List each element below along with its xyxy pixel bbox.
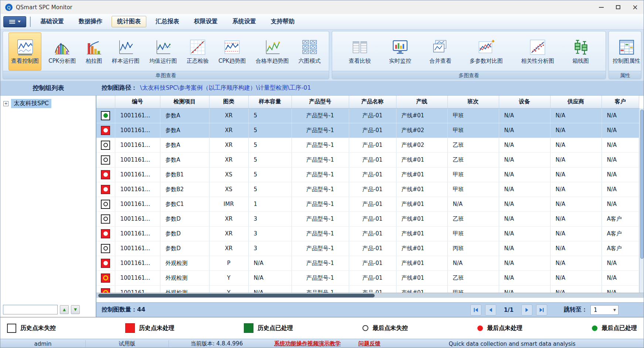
status-video-tutorial-link[interactable]: 系统功能操作视频演示教学 xyxy=(274,340,341,347)
tab-3[interactable]: 汇总报表 xyxy=(150,16,185,27)
cell-product: 产品-01 xyxy=(349,167,396,182)
ribbon-button-pareto[interactable]: 柏拉图 xyxy=(83,32,105,70)
cell-product: 产品-01 xyxy=(349,152,396,167)
cell-chart-type: XR xyxy=(209,138,248,152)
table-row[interactable]: 1001161...外观检测YN/A产品型号-1产品-01产线#01乙班N/AN… xyxy=(96,271,639,285)
column-header-line[interactable]: 产线 xyxy=(396,96,447,108)
ribbon-button-control-chart[interactable]: 查看控制图 xyxy=(8,32,41,70)
horizontal-scrollbar-thumb[interactable] xyxy=(98,294,375,297)
table-row[interactable]: 1001161...参数B1XS5产品型号-1产品-01产线#01甲班N/AN/… xyxy=(96,167,639,182)
column-header-number[interactable]: 编号 xyxy=(115,96,160,108)
ribbon-button-label: 控制图属性 xyxy=(613,58,640,65)
cell-shift: 甲班 xyxy=(447,226,499,241)
tab-6[interactable]: 支持帮助 xyxy=(265,16,300,27)
tab-separator xyxy=(30,17,31,27)
ribbon-group-buttons: 控制图属性 xyxy=(609,31,641,71)
column-header-sample-size[interactable]: 样本容量 xyxy=(248,96,292,108)
legend-item: 历史点已处理 xyxy=(244,323,293,333)
prev-page-button[interactable] xyxy=(485,304,496,316)
history-status-icon xyxy=(101,141,110,150)
cell-number: 1001161... xyxy=(115,211,160,226)
ribbon-button-multi-param[interactable]: 多参数对比图 xyxy=(467,32,505,70)
ribbon-button-cpk-trend[interactable]: CPK趋势图 xyxy=(216,32,248,70)
table-row[interactable]: 1001161...参数DXR3产品型号-1产品-01产线#01乙班N/AN/A… xyxy=(96,211,639,226)
vertical-scrollbar-thumb[interactable] xyxy=(640,110,644,259)
search-down-button[interactable]: ▼ xyxy=(71,305,80,314)
horizontal-scrollbar[interactable] xyxy=(96,293,644,298)
column-header-model[interactable]: 产品型号 xyxy=(292,96,349,108)
ribbon-group-2: 控制图属性属性 xyxy=(609,31,641,79)
tab-2[interactable]: 统计图表 xyxy=(112,16,146,27)
table-row[interactable]: 1001161...参数B2XS5产品型号-1产品-01产线#01甲班N/AN/… xyxy=(96,182,639,197)
main-menu-button[interactable] xyxy=(3,16,26,27)
tab-0[interactable]: 基础设置 xyxy=(35,16,69,27)
lastpoint-status-icon xyxy=(103,128,108,132)
maximize-button[interactable] xyxy=(610,0,627,14)
column-header-item[interactable]: 检测项目 xyxy=(160,96,209,108)
ribbon-button-label: CPK趋势图 xyxy=(218,58,246,65)
ribbon-button-chart-props[interactable]: 控制图属性 xyxy=(610,32,641,70)
column-header-status[interactable] xyxy=(96,96,115,108)
row-status-cell xyxy=(96,197,115,211)
column-header-customer[interactable]: 客户 xyxy=(602,96,639,108)
column-header-supplier[interactable]: 供应商 xyxy=(550,96,602,108)
ribbon-button-merge[interactable]: 合并查看 xyxy=(427,32,454,70)
cell-model: 产品型号-1 xyxy=(292,123,349,138)
cell-item: 参数B2 xyxy=(160,182,209,197)
ribbon-button-six-mode[interactable]: 六图模式 xyxy=(296,32,323,70)
last-page-button[interactable] xyxy=(536,304,547,316)
arrow-up-icon: ▲ xyxy=(63,308,66,311)
ribbon-tab-strip: 基础设置数据操作统计图表汇总报表权限设置系统设置支持帮助 xyxy=(33,14,302,29)
ribbon-button-boxplot[interactable]: 箱线图 xyxy=(570,32,592,70)
table-row[interactable]: 1001161...外观检测PN/A产品型号-1产品-01产线#01N/AN/A… xyxy=(96,256,639,271)
ribbon-group-label: 属性 xyxy=(609,71,641,79)
table-viewport: 编号检测项目图类样本容量产品型号产品名称产线班次设备供应商客户 1001161.… xyxy=(96,96,639,293)
table-row[interactable]: 1001161...参数DXR3产品型号-1产品-01产线#01丙班N/AN/A… xyxy=(96,241,639,256)
ribbon-button-normal-test[interactable]: 正态检验 xyxy=(184,32,211,70)
table-row[interactable]: 1001161...参数DXR3产品型号-1产品-01产线#01甲班N/AN/A… xyxy=(96,226,639,241)
ribbon-button-cpk-histogram[interactable]: CPK分析图 xyxy=(46,32,78,70)
ribbon-button-compare[interactable]: 查看比较 xyxy=(346,32,374,70)
column-header-equipment[interactable]: 设备 xyxy=(499,96,550,108)
table-row[interactable]: 1001161...参数C1IMR1产品型号-1产品-01产线#01N/AN/A… xyxy=(96,197,639,211)
row-status-cell xyxy=(96,167,115,182)
table-row[interactable]: 1001161...参数AXR5产品型号-1产品-01产线#02甲班N/AN/A… xyxy=(96,123,639,138)
column-header-shift[interactable]: 班次 xyxy=(447,96,499,108)
cell-model: 产品型号-1 xyxy=(292,271,349,285)
next-page-button[interactable] xyxy=(521,304,532,316)
table-row[interactable]: 1001161外观检测YN/A产品型号-1产品-01产线#01甲班N/AN/AN… xyxy=(96,285,639,293)
cell-line: 产线#02 xyxy=(396,123,447,138)
cell-chart-type: XR xyxy=(209,211,248,226)
tab-4[interactable]: 权限设置 xyxy=(188,16,223,27)
cell-customer: N/A xyxy=(602,152,639,167)
history-status-icon xyxy=(101,229,110,238)
table-row[interactable]: 1001161...参数AXR5产品型号-1产品-01产线#01甲班N/AN/A… xyxy=(96,108,639,123)
ribbon-button-passrate-trend[interactable]: 合格率趋势图 xyxy=(253,32,292,70)
cell-item: 参数A xyxy=(160,138,209,152)
column-header-product[interactable]: 产品名称 xyxy=(349,96,396,108)
cell-number: 1001161... xyxy=(115,256,160,271)
tree-item-root[interactable]: + 太友科技SPC xyxy=(0,96,96,111)
jump-page-select[interactable]: 1 ▼ xyxy=(590,305,619,315)
column-header-chart-type[interactable]: 图类 xyxy=(209,96,248,108)
first-page-button[interactable] xyxy=(470,304,481,316)
ribbon-button-correlation[interactable]: 相关性分析图 xyxy=(518,32,557,70)
expand-icon[interactable]: + xyxy=(3,101,8,106)
search-up-button[interactable]: ▲ xyxy=(60,305,69,314)
chart-count-value: 44 xyxy=(137,306,145,313)
status-feedback-link[interactable]: 问题反馈 xyxy=(358,340,381,347)
vertical-scrollbar[interactable] xyxy=(639,108,644,293)
pagination-bar: 控制图数量：44 1/1 跳转至： 1 ▼ xyxy=(96,302,644,317)
sidebar-search-input[interactable] xyxy=(3,305,58,314)
ribbon-button-monitor[interactable]: 实时监控 xyxy=(386,32,414,70)
cell-sample-size: 3 xyxy=(248,241,292,256)
status-edition: 试用版 xyxy=(85,340,168,347)
ribbon-button-sample-run[interactable]: 样本运行图 xyxy=(109,32,142,70)
tab-1[interactable]: 数据操作 xyxy=(73,16,108,27)
table-row[interactable]: 1001161...参数AXR5产品型号-1产品-01产线#02乙班N/AN/A… xyxy=(96,138,639,152)
close-button[interactable]: × xyxy=(627,0,644,14)
minimize-button[interactable] xyxy=(593,0,610,14)
ribbon-button-mean-run[interactable]: 均值运行图 xyxy=(147,32,180,70)
table-row[interactable]: 1001161...参数AXR5产品型号-1产品-01产线#01乙班N/AN/A… xyxy=(96,152,639,167)
tab-5[interactable]: 系统设置 xyxy=(227,16,262,27)
